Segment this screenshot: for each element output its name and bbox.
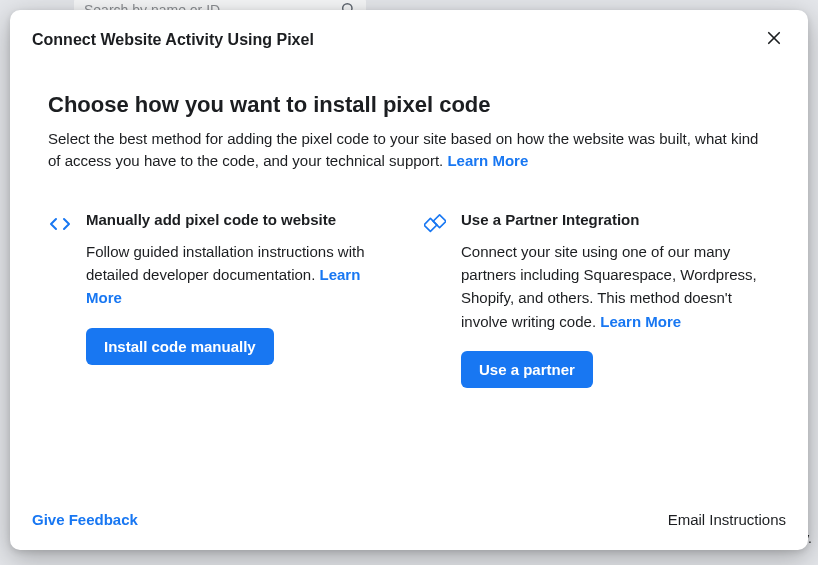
pixel-install-modal: Connect Website Activity Using Pixel Cho… xyxy=(10,10,808,550)
use-partner-button[interactable]: Use a partner xyxy=(461,351,593,388)
email-instructions-button[interactable]: Email Instructions xyxy=(668,511,786,528)
partner-icon xyxy=(423,212,447,236)
learn-more-link-main[interactable]: Learn More xyxy=(447,152,528,169)
option-partner: Use a Partner Integration Connect your s… xyxy=(423,210,770,388)
option-manual: Manually add pixel code to website Follo… xyxy=(48,210,395,388)
modal-header: Connect Website Activity Using Pixel xyxy=(10,10,808,62)
option-partner-content: Use a Partner Integration Connect your s… xyxy=(461,210,770,388)
learn-more-link-partner[interactable]: Learn More xyxy=(600,313,681,330)
option-manual-desc: Follow guided installation instructions … xyxy=(86,240,395,310)
modal-title: Connect Website Activity Using Pixel xyxy=(32,31,314,49)
code-icon xyxy=(48,212,72,236)
option-partner-title: Use a Partner Integration xyxy=(461,210,770,230)
option-manual-content: Manually add pixel code to website Follo… xyxy=(86,210,395,365)
modal-footer: Give Feedback Email Instructions xyxy=(10,511,808,550)
close-button[interactable] xyxy=(762,28,786,52)
modal-body: Choose how you want to install pixel cod… xyxy=(10,62,808,511)
install-manually-button[interactable]: Install code manually xyxy=(86,328,274,365)
install-subtext: Select the best method for adding the pi… xyxy=(48,128,770,172)
give-feedback-link[interactable]: Give Feedback xyxy=(32,511,138,528)
install-heading: Choose how you want to install pixel cod… xyxy=(48,92,770,118)
options-row: Manually add pixel code to website Follo… xyxy=(48,210,770,388)
option-manual-title: Manually add pixel code to website xyxy=(86,210,395,230)
close-icon xyxy=(765,29,783,51)
option-partner-desc: Connect your site using one of our many … xyxy=(461,240,770,333)
